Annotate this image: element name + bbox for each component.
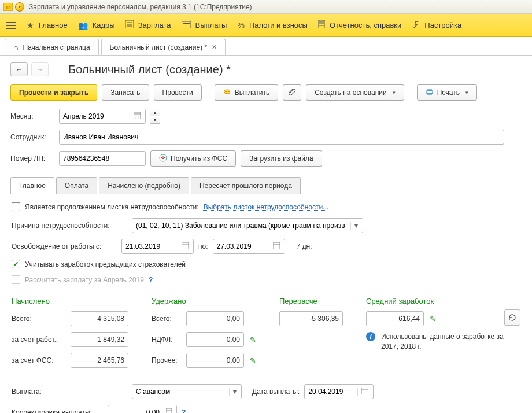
menu-hr[interactable]: 👥 Кадры (78, 21, 115, 30)
po-label: по: (198, 242, 208, 250)
close-icon[interactable]: ✕ (212, 43, 217, 51)
menu-settings[interactable]: Настройка (412, 20, 461, 30)
month-field[interactable] (63, 109, 127, 123)
calculator-icon (125, 20, 134, 30)
get-from-fss-label: Получить из ФСС (171, 154, 227, 163)
accrued-total-value: 4 315,08 (71, 311, 128, 326)
menu-settings-label: Настройка (424, 21, 461, 30)
edit-pencil-icon[interactable]: ✎ (430, 315, 436, 323)
calendar-icon[interactable] (130, 112, 142, 121)
document-toolbar: Провести и закрыть Записать Провести Вып… (10, 84, 522, 101)
tab-sick-leave[interactable]: Больничный лист (создание) * ✕ (101, 39, 226, 55)
correction-field[interactable] (112, 405, 160, 413)
avg-header: Средний заработок (366, 297, 520, 305)
people-icon: 👥 (78, 21, 88, 30)
coins-icon (223, 88, 231, 98)
main-menu-hamburger[interactable] (6, 20, 16, 31)
employee-row: Сотрудник: (10, 130, 522, 145)
accrued-column: Начислено Всего: 4 315,08 за счет работ.… (12, 297, 128, 374)
percent-icon: % (237, 21, 244, 30)
tab-oplata[interactable]: Оплата (56, 177, 97, 194)
payout-mode-field[interactable] (136, 385, 227, 399)
calendar-icon[interactable] (357, 388, 370, 396)
payout-row: Выплата: ▾ Дата выплаты: (12, 384, 520, 399)
menu-reports-label: Отчетность, справки (330, 21, 401, 30)
date-from-input[interactable] (121, 239, 194, 254)
recalc-salary-checkbox (12, 275, 20, 284)
reason-field[interactable] (136, 219, 348, 233)
tab-glavnoe[interactable]: Главное (10, 177, 54, 194)
correction-input[interactable] (108, 405, 177, 413)
correction-row: Корректировка выплаты: ? (12, 405, 520, 413)
payout-mode-select[interactable]: ▾ (132, 384, 242, 399)
chevron-down-icon[interactable]: ▾ (229, 388, 238, 396)
recalc-salary-label: Рассчитать зарплату за Апрель 2019 (25, 276, 144, 284)
withheld-column: Удержано Всего: 0,00 НДФЛ: 0,00 ✎ Прочее… (152, 297, 256, 374)
month-step-down[interactable]: ▼ (150, 116, 160, 124)
svg-text:1c: 1c (5, 5, 11, 10)
ndfl-value: 0,00 (186, 332, 244, 347)
menu-hr-label: Кадры (93, 21, 115, 30)
accrued-header: Начислено (12, 297, 128, 305)
save-button[interactable]: Записать (102, 84, 149, 101)
calculator-icon[interactable] (162, 408, 173, 414)
recalc-column: Перерасчет -5 306,35 (279, 297, 343, 374)
menu-main[interactable]: ★ Главное (27, 21, 68, 30)
month-row: Месяц: ▲ ▼ (10, 109, 522, 124)
employee-input[interactable] (59, 130, 504, 145)
get-from-fss-button[interactable]: Получить из ФСС (150, 150, 236, 167)
reason-select[interactable]: ▾ (132, 218, 363, 233)
attachments-button[interactable] (283, 84, 301, 101)
month-step-up[interactable]: ▲ (150, 109, 160, 116)
menu-taxes[interactable]: % Налоги и взносы (237, 21, 308, 30)
help-icon[interactable]: ? (149, 276, 153, 284)
dropdown-circle-icon[interactable]: ▾ (15, 2, 24, 12)
nav-back-button[interactable]: ← (10, 62, 28, 76)
create-from-button[interactable]: Создать на основании (306, 84, 404, 101)
consider-prev-label: Учитывать заработок предыдущих страховат… (25, 260, 186, 268)
tab-accrued-detail[interactable]: Начислено (подробно) (99, 177, 189, 194)
post-and-close-button[interactable]: Провести и закрыть (10, 84, 97, 101)
calendar-icon[interactable] (269, 242, 281, 251)
payout-date-input[interactable] (304, 384, 374, 399)
edit-pencil-icon[interactable]: ✎ (250, 335, 256, 344)
load-from-file-button[interactable]: Загрузить из файла (241, 150, 322, 167)
wrench-icon (412, 20, 420, 30)
other-label: Прочее: (152, 356, 180, 364)
date-from-field[interactable] (125, 239, 175, 253)
svg-rect-26 (361, 388, 368, 394)
tab-home[interactable]: ⌂ Начальная страница (5, 39, 99, 55)
svg-point-13 (224, 91, 230, 94)
date-to-field[interactable] (217, 239, 267, 253)
ln-field[interactable] (63, 152, 142, 165)
menu-salary[interactable]: Зарплата (125, 20, 171, 30)
paperclip-icon (288, 88, 296, 98)
tab-home-label: Начальная страница (23, 43, 90, 51)
ln-input[interactable] (59, 151, 146, 166)
menu-payouts[interactable]: Выплаты (182, 21, 227, 30)
continuation-label: Является продолжением листка нетрудоспос… (25, 203, 199, 211)
select-sheet-link[interactable]: Выбрать листок нетрудоспособности... (204, 203, 329, 211)
recalc-salary-row: Рассчитать зарплату за Апрель 2019 ? (12, 275, 520, 284)
month-input[interactable] (59, 109, 146, 124)
print-button[interactable]: Печать (417, 84, 477, 101)
payout-date-field[interactable] (308, 385, 355, 399)
refresh-button[interactable] (504, 309, 520, 326)
summary-section: Начислено Всего: 4 315,08 за счет работ.… (12, 297, 520, 374)
nav-forward-button[interactable]: → (31, 62, 49, 76)
calendar-icon[interactable] (178, 242, 190, 251)
menu-reports[interactable]: Отчетность, справки (318, 20, 401, 30)
month-label: Месяц: (10, 112, 54, 120)
edit-pencil-icon[interactable]: ✎ (250, 356, 256, 365)
help-icon[interactable]: ? (182, 408, 186, 413)
employee-field[interactable] (63, 130, 500, 144)
consider-prev-checkbox[interactable]: ✔ (12, 260, 20, 268)
post-button[interactable]: Провести (154, 84, 202, 101)
svg-rect-6 (182, 21, 191, 28)
tab-recalc-prev[interactable]: Пересчет прошлого периода (191, 177, 301, 194)
pay-button[interactable]: Выплатить (215, 84, 279, 101)
printer-icon (426, 88, 434, 98)
date-to-input[interactable] (213, 239, 285, 254)
chevron-down-icon[interactable]: ▾ (350, 222, 359, 230)
continuation-checkbox[interactable] (12, 202, 20, 211)
